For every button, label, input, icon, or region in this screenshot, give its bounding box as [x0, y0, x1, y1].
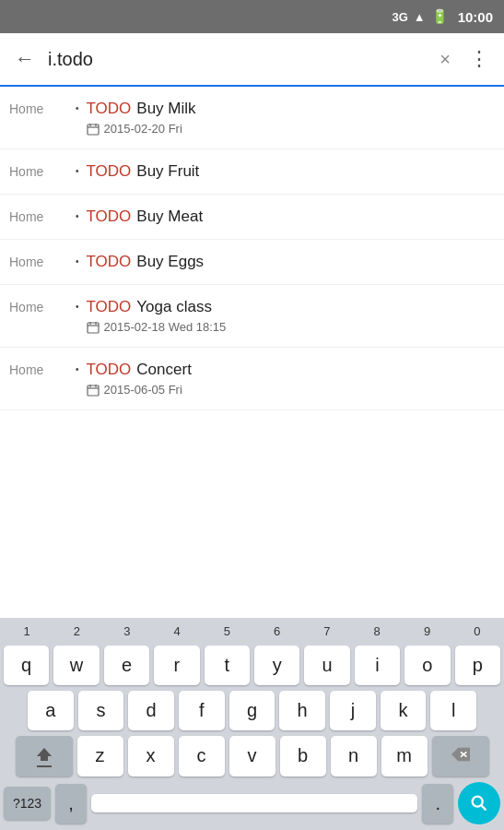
item-context: Home: [9, 208, 76, 224]
comma-key[interactable]: ,: [55, 784, 87, 824]
key-h[interactable]: h: [279, 691, 325, 730]
key-y[interactable]: y: [254, 646, 299, 685]
key-e[interactable]: e: [104, 646, 149, 685]
key-u[interactable]: u: [304, 646, 349, 685]
item-content: TODO Buy Meat: [87, 208, 504, 226]
shift-button[interactable]: [16, 736, 73, 777]
key-d[interactable]: d: [128, 691, 174, 730]
item-content: TODO Buy Fruit: [87, 162, 504, 181]
key-v[interactable]: v: [229, 736, 275, 777]
num-key-0[interactable]: 0: [452, 622, 502, 641]
bullet-icon: •: [76, 364, 79, 374]
key-b[interactable]: b: [280, 736, 326, 777]
list-item[interactable]: Home • TODO Buy Meat: [0, 195, 504, 240]
key-w[interactable]: w: [53, 646, 99, 685]
keyboard-row-2: a s d f g h j k l: [0, 688, 504, 733]
back-button[interactable]: ←: [9, 42, 41, 77]
todo-text: Buy Meat: [136, 208, 203, 226]
svg-line-16: [481, 805, 486, 810]
num-key-6[interactable]: 6: [252, 622, 301, 641]
clear-button[interactable]: ×: [434, 43, 456, 76]
todo-label: TODO: [87, 162, 132, 181]
key-q[interactable]: q: [4, 646, 49, 685]
num-key-2[interactable]: 2: [52, 622, 101, 641]
number-row: 1 2 3 4 5 6 7 8 9 0: [0, 618, 504, 643]
key-s[interactable]: s: [78, 691, 124, 730]
keyboard-row-1: q w e r t y u i o p: [0, 643, 504, 688]
search-button[interactable]: [458, 782, 500, 824]
bullet-icon: •: [76, 211, 79, 221]
svg-point-15: [473, 797, 483, 807]
key-f[interactable]: f: [179, 691, 225, 730]
item-content: TODO Buy Eggs: [87, 253, 504, 271]
search-results-list: Home • TODO Buy Milk 2015-02-20 Fri: [0, 87, 504, 410]
todo-label: TODO: [87, 361, 132, 379]
item-content: TODO Buy Milk 2015-02-20 Fri: [87, 100, 504, 136]
search-input[interactable]: [48, 49, 427, 70]
list-item[interactable]: Home • TODO Buy Milk 2015-02-20 Fri: [0, 87, 504, 149]
time-display: 10:00: [458, 9, 493, 25]
keyboard-bottom-row: ?123 , .: [0, 779, 504, 830]
date-text: 2015-06-05 Fri: [104, 383, 182, 397]
key-o[interactable]: o: [404, 646, 450, 685]
num-key-3[interactable]: 3: [102, 622, 152, 641]
item-context: Home: [9, 298, 76, 314]
item-title: TODO Buy Fruit: [87, 162, 504, 181]
key-k[interactable]: k: [381, 691, 427, 730]
num-key-5[interactable]: 5: [202, 622, 252, 641]
num-key-8[interactable]: 8: [352, 622, 402, 641]
key-g[interactable]: g: [229, 691, 275, 730]
list-item[interactable]: Home • TODO Buy Fruit: [0, 149, 504, 195]
item-date: 2015-02-18 Wed 18:15: [87, 320, 504, 334]
calendar-icon: [87, 123, 100, 136]
item-content: TODO Concert 2015-06-05 Fri: [87, 361, 504, 397]
item-date: 2015-02-20 Fri: [87, 122, 504, 136]
period-key[interactable]: .: [422, 784, 453, 824]
key-t[interactable]: t: [205, 646, 250, 685]
key-z[interactable]: z: [77, 736, 123, 777]
list-item[interactable]: Home • TODO Buy Eggs: [0, 240, 504, 285]
key-c[interactable]: c: [179, 736, 225, 777]
key-m[interactable]: m: [381, 736, 428, 777]
key-l[interactable]: l: [430, 691, 476, 730]
num-key-1[interactable]: 1: [2, 622, 52, 641]
item-title: TODO Buy Milk: [87, 100, 504, 118]
more-options-button[interactable]: ⋮: [463, 42, 495, 77]
item-context: Home: [9, 162, 76, 179]
num-key-9[interactable]: 9: [402, 622, 451, 641]
item-title: TODO Buy Meat: [87, 208, 504, 226]
keyboard: 1 2 3 4 5 6 7 8 9 0 q w e r t y u i o p …: [0, 618, 504, 830]
space-key[interactable]: [91, 794, 418, 812]
list-item[interactable]: Home • TODO Yoga class 2015-02-18 Wed 18…: [0, 285, 504, 348]
key-i[interactable]: i: [355, 646, 400, 685]
numbers-toggle-button[interactable]: ?123: [4, 787, 51, 820]
svg-rect-4: [88, 323, 99, 333]
date-text: 2015-02-20 Fri: [104, 122, 182, 136]
key-r[interactable]: r: [154, 646, 199, 685]
bullet-icon: •: [76, 302, 79, 312]
calendar-icon: [87, 321, 100, 334]
item-context: Home: [9, 253, 76, 269]
num-key-7[interactable]: 7: [302, 622, 352, 641]
item-title: TODO Concert: [87, 361, 504, 379]
key-p[interactable]: p: [455, 646, 500, 685]
keyboard-row-3: z x c v b n m: [0, 733, 504, 779]
key-a[interactable]: a: [28, 691, 74, 730]
key-j[interactable]: j: [330, 691, 376, 730]
key-n[interactable]: n: [331, 736, 377, 777]
status-bar: 3G ▲ 🔋 10:00: [0, 0, 504, 33]
date-text: 2015-02-18 Wed 18:15: [104, 320, 227, 334]
list-item[interactable]: Home • TODO Concert 2015-06-05 Fri: [0, 348, 504, 410]
item-title: TODO Yoga class: [87, 298, 504, 316]
item-title: TODO Buy Eggs: [87, 253, 504, 271]
num-key-4[interactable]: 4: [152, 622, 202, 641]
backspace-button[interactable]: [432, 736, 489, 777]
todo-text: Buy Milk: [136, 100, 195, 118]
key-x[interactable]: x: [128, 736, 174, 777]
bullet-icon: •: [76, 166, 79, 176]
svg-rect-0: [88, 125, 99, 135]
todo-label: TODO: [87, 253, 132, 271]
item-context: Home: [9, 100, 76, 116]
bullet-icon: •: [76, 256, 79, 267]
svg-rect-8: [88, 385, 99, 396]
